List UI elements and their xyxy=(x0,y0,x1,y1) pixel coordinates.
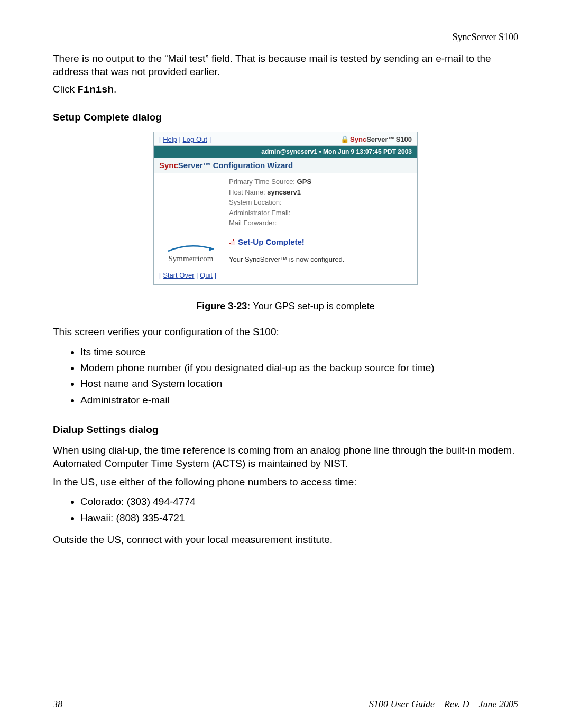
primary-time-source-line: Primary Time Source: GPS xyxy=(229,177,412,187)
title-rest: Server™ Configuration Wizard xyxy=(178,161,293,170)
logo-text: Symmetricom xyxy=(169,254,214,263)
setup-complete-banner: Set-Up Complete! xyxy=(229,234,412,250)
setup-complete-text: Set-Up Complete! xyxy=(238,237,305,246)
doc-revision: S100 User Guide – Rev. D – June 2005 xyxy=(369,699,518,710)
verify-list: Its time source Modem phone number (if y… xyxy=(53,344,518,409)
figure-caption-text: Your GPS set-up is complete xyxy=(253,301,374,311)
dialup-numbers-intro: In the US, use either of the following p… xyxy=(53,476,518,489)
config-body: Symmetricom Primary Time Source: GPS Hos… xyxy=(154,173,417,268)
app-window: [ Help | Log Out ] 🔒 SyncServer™ S100 ad… xyxy=(153,132,418,285)
brand-model: S100 xyxy=(396,135,412,143)
figure-caption: Figure 3-23: Your GPS set-up is complete xyxy=(53,301,518,312)
list-item: Hawaii: (808) 335-4721 xyxy=(80,510,518,526)
list-item: Administrator e-mail xyxy=(80,392,518,408)
figure-label: Figure 3-23: xyxy=(196,301,253,311)
finish-word: Finish xyxy=(77,84,113,96)
now-configured-text: Your SyncServer™ is now configured. xyxy=(229,255,412,263)
intro-paragraph: There is no output to the “Mail test” fi… xyxy=(53,52,518,78)
list-item: Host name and System location xyxy=(80,376,518,392)
app-bottom-bar: [ Start Over | Quit ] xyxy=(154,268,417,284)
complete-icon xyxy=(229,239,235,245)
config-wizard-title: SyncServer™ Configuration Wizard xyxy=(154,158,417,173)
setup-complete-heading: Setup Complete dialog xyxy=(53,112,518,123)
list-item: Modem phone number (if you designated di… xyxy=(80,360,518,376)
system-location-line: System Location: xyxy=(229,197,412,208)
swoosh-icon xyxy=(167,244,215,253)
host-name-line: Host Name: syncserv1 xyxy=(229,187,412,198)
host-label: Host Name: xyxy=(229,188,267,196)
brand-sync: Sync xyxy=(350,135,366,143)
click-prefix: Click xyxy=(53,84,77,95)
host-value: syncserv1 xyxy=(267,188,301,196)
info-column: Primary Time Source: GPS Host Name: sync… xyxy=(229,177,412,263)
click-finish-line: Click Finish. xyxy=(53,84,518,96)
logo-column: Symmetricom xyxy=(159,177,223,263)
symmetricom-logo: Symmetricom xyxy=(167,244,215,263)
quit-link[interactable]: Quit xyxy=(200,271,213,279)
mail-forwarder-line: Mail Forwarder: xyxy=(229,218,412,228)
page-number: 38 xyxy=(53,699,62,710)
primary-label: Primary Time Source: xyxy=(229,178,297,186)
dialup-paragraph: When using dial-up, the time reference i… xyxy=(53,444,518,470)
link-sep: | xyxy=(177,135,183,143)
help-link[interactable]: Help xyxy=(163,135,177,143)
click-suffix: . xyxy=(114,84,116,95)
brand-badge: 🔒 SyncServer™ S100 xyxy=(340,135,412,143)
status-bar: admin@syncserv1 • Mon Jun 9 13:07:45 PDT… xyxy=(154,146,417,158)
top-links: [ Help | Log Out ] xyxy=(159,135,211,143)
outside-us-paragraph: Outside the US, connect with your local … xyxy=(53,533,518,547)
start-over-link[interactable]: Start Over xyxy=(163,271,194,279)
bracket-close: ] xyxy=(207,135,211,143)
bottom-bracket-close: ] xyxy=(213,271,216,279)
document-page: SyncServer S100 There is no output to th… xyxy=(0,0,571,728)
page-footer: 38 S100 User Guide – Rev. D – June 2005 xyxy=(53,699,518,710)
phone-number-list: Colorado: (303) 494-4774 Hawaii: (808) 3… xyxy=(53,494,518,526)
logout-link[interactable]: Log Out xyxy=(183,135,207,143)
brand-server: Server™ xyxy=(366,135,394,143)
screenshot-figure: [ Help | Log Out ] 🔒 SyncServer™ S100 ad… xyxy=(153,132,418,285)
verify-intro: This screen verifies your configuration … xyxy=(53,326,518,339)
bottom-sep: | xyxy=(194,271,200,279)
svg-marker-0 xyxy=(209,247,214,251)
title-sync: Sync xyxy=(159,161,178,170)
app-top-bar: [ Help | Log Out ] 🔒 SyncServer™ S100 xyxy=(154,132,417,146)
primary-value: GPS xyxy=(297,178,311,186)
admin-email-line: Administrator Email: xyxy=(229,208,412,218)
list-item: Its time source xyxy=(80,344,518,360)
list-item: Colorado: (303) 494-4774 xyxy=(80,494,518,510)
running-header: SyncServer S100 xyxy=(53,32,518,43)
lock-icon: 🔒 xyxy=(340,135,349,143)
dialup-settings-heading: Dialup Settings dialog xyxy=(53,424,518,436)
